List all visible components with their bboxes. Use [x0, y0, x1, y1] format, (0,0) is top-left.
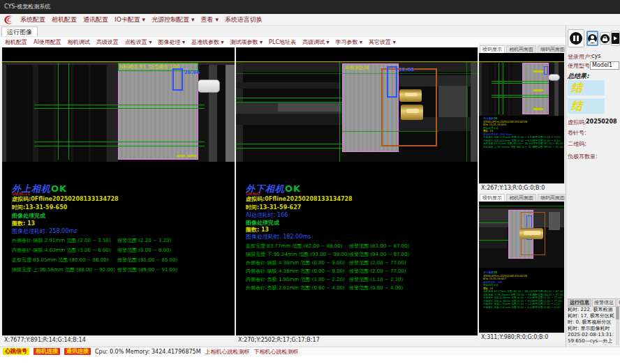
right-alarm-range: 报警范围:(2.00 ~ 77.00): [349, 259, 406, 266]
gold-tab-core: [406, 109, 419, 113]
right-hline: [236, 102, 342, 103]
right-alarm-range: 报警范围:(0.60 ~ 4.00): [349, 285, 403, 291]
photo-band: [226, 62, 235, 162]
thumb-tab-detail-frame[interactable]: 细码画面图: [538, 45, 568, 53]
app-logo-icon: [3, 15, 14, 24]
left-measurement-row: 蓝胶宽度:83.05mm 范围:(80.00 ~ 86.00): [12, 257, 108, 264]
photo-band: [209, 62, 217, 162]
pause-icon: [570, 32, 582, 45]
thumb-tab-camera-frame[interactable]: 相机画面图: [506, 45, 536, 53]
menu-item-language-switch[interactable]: 系统语言切换: [225, 15, 263, 24]
toolbar-advanced-debug[interactable]: 高级调试 ▾: [302, 38, 330, 46]
right-measurement-row: 蓝胶宽度:83.77mm 范围:(82.00 ~ 88.00): [246, 243, 342, 250]
thumb-line: [499, 63, 499, 114]
side-panel: 登录用户: cys 使用型号: Model1 总结果: 结 果 结 果 虚拟码:…: [566, 26, 620, 347]
right-measurement-row: 内侧卷针-负极:1.90mm 范围:(1.00 ~ 2.20): [246, 276, 345, 283]
toolbar-test-params[interactable]: 测试项参数 ▾: [230, 38, 263, 46]
thumb-bottom-coordinates-bar: X:311;Y:980;R:0;G:0;B:0: [479, 333, 564, 342]
right-alarm-range: 报警范围:(1.10 ~ 2.10): [349, 276, 403, 283]
menu-item-light-config[interactable]: 光源控制配置 ▾: [152, 15, 194, 24]
thumb-tab-detail-frame-2[interactable]: 细码画面图: [538, 194, 568, 202]
info-scrollbar[interactable]: [616, 307, 619, 345]
thumb-line: [479, 240, 508, 241]
toolbar-advanced-settings[interactable]: 高级设置: [96, 38, 119, 46]
left-time: 时间:13-31-59-650: [12, 204, 67, 211]
photo-band: [479, 227, 507, 248]
photo-band: [489, 62, 512, 116]
menu-item-camera-config[interactable]: 相机配置: [52, 15, 77, 24]
comm-connect-badge: 通讯连接: [64, 348, 91, 355]
info-tab-row: 运行信息 报警信息 错误信息: [568, 298, 620, 307]
menu-bar: 系统配置 相机配置 通讯配置 IO卡配置 ▾ 光源控制配置 ▾ 查看 ▾ 系统语…: [0, 14, 620, 26]
result-box-2: 结 果: [568, 98, 605, 114]
pause-button[interactable]: [568, 29, 584, 47]
right-alarm-range: 报警范围:(83.00 ~ 87.00): [349, 243, 409, 250]
model-select[interactable]: Model1: [590, 61, 619, 70]
lock-button[interactable]: [600, 32, 610, 45]
toolbar-camera-config[interactable]: 相机配置: [5, 38, 27, 46]
run-info-log: 耗时: 222, 极耳检测耗时: 17, 极耳分区耗时: 0, 极耳视标分区耗时…: [568, 307, 614, 345]
thumb-tab-code-display-2[interactable]: 喷码显示: [480, 194, 505, 202]
photo-band: [549, 212, 560, 230]
thumb-line: [492, 81, 549, 82]
left-alarm-range: 报警范围:(0.00 ~ 8.00): [117, 247, 171, 254]
menu-item-view[interactable]: 查看 ▾: [201, 15, 219, 24]
menu-item-comm-config[interactable]: 通讯配置: [83, 15, 108, 24]
left-hline: [34, 105, 205, 105]
toolbar-plc-table[interactable]: PLC地址表: [269, 38, 296, 46]
right-blue-value: 22.80: [399, 67, 414, 73]
left-proc-time: 图像处理耗时: 258.00ms: [12, 227, 77, 235]
heartbeat-badge: 心跳信号: [3, 348, 29, 355]
info-tab-error[interactable]: 错误信息: [617, 298, 620, 307]
toolbar-camera-debug[interactable]: 相机调试: [68, 38, 90, 46]
thumb-tab-code-display[interactable]: 喷码显示: [480, 45, 505, 53]
tiny-overlay-marks: [533, 70, 543, 73]
photo-band: [198, 62, 209, 162]
toolbar-other-settings[interactable]: 其它设置 ▾: [369, 38, 396, 46]
left-alarm-range: 报警范围:(81.00 ~ 85.00): [117, 257, 177, 264]
right-hline: [236, 148, 342, 149]
right-alarm-range: 报警范围:(2.00 ~ 77.00): [349, 268, 406, 275]
left-hline: [34, 108, 205, 109]
thumb-view-bottom[interactable]: 外下相机OK 虚拟码:0Ffline20250208133134728 时间:1…: [479, 202, 564, 333]
toolbar-ai-config[interactable]: AI使用配置: [34, 38, 61, 46]
user-icon: [588, 34, 597, 43]
window-titlebar: CYS-视觉检测系统: [0, 0, 620, 14]
info-scrollbar-thumb[interactable]: [616, 307, 619, 319]
right-ai-time: AI处理耗时: 166: [246, 211, 288, 219]
thumb-blue-roi: [544, 66, 548, 75]
info-tab-run[interactable]: 运行信息: [568, 298, 591, 307]
left-measurement-row: 外侧卷针-隔膜:2.91mm 范围:(2.00 ~ 3.50): [12, 237, 111, 244]
thumb-tab-camera-frame-2[interactable]: 相机画面图: [506, 194, 536, 202]
right-time: 时间:13-31-59-627: [246, 204, 301, 211]
left-threshold-label: N标阈值:93, 动态阈值:100: [119, 63, 179, 70]
photo-band: [479, 62, 482, 116]
toolbar-spot-check[interactable]: 点检设置 ▾: [125, 38, 152, 46]
right-camera-photo: 22.80 AI检测区域: [236, 62, 478, 162]
thumb-line: [492, 97, 549, 98]
photo-band: [107, 62, 118, 162]
thumb-top-photo: [479, 62, 564, 116]
thumb-line: [492, 95, 549, 96]
needle-no-label: 卷针号:: [568, 129, 586, 137]
user-button[interactable]: [586, 31, 598, 46]
virtual-code-label: 虚拟码:: [568, 119, 586, 126]
menu-item-io-config[interactable]: IO卡配置 ▾: [115, 15, 145, 24]
exit-button[interactable]: [611, 31, 620, 46]
thumb-view-top[interactable]: 外上相机OK 虚拟码:0Ffline20250208133134728 时间:1…: [479, 53, 564, 183]
view-tab-row: 运行图像: [0, 26, 620, 36]
toolbar-baseline-params[interactable]: 基准线参数 ▾: [191, 38, 224, 46]
photo-band: [38, 62, 108, 162]
right-measurement-row: 外侧卷针-负极:2.61mm 范围:(0.60 ~ 4.00): [246, 285, 345, 291]
menu-item-system-config[interactable]: 系统配置: [20, 15, 45, 24]
toolbar-image-processing[interactable]: 图像处理 ▾: [158, 38, 185, 46]
left-turns: 圈数: 13: [12, 220, 35, 227]
photo-band: [236, 114, 342, 125]
login-user-label: 登录用户:: [568, 53, 592, 61]
left-measurement-row: 内侧卷针-隔膜:4.60mm 范围:(3.00 ~ 6.00): [12, 247, 111, 254]
left-measurement-row: 隔膜宽度-上:90.56mm 范围:(88.00 ~ 92.00): [12, 266, 115, 273]
toolbar-learn-params[interactable]: 学习参数 ▾: [336, 38, 363, 46]
info-tab-alarm[interactable]: 报警信息: [592, 298, 616, 307]
right-vline: [466, 62, 467, 162]
neg-tab-count-label: 负极耳数量:: [568, 153, 598, 160]
